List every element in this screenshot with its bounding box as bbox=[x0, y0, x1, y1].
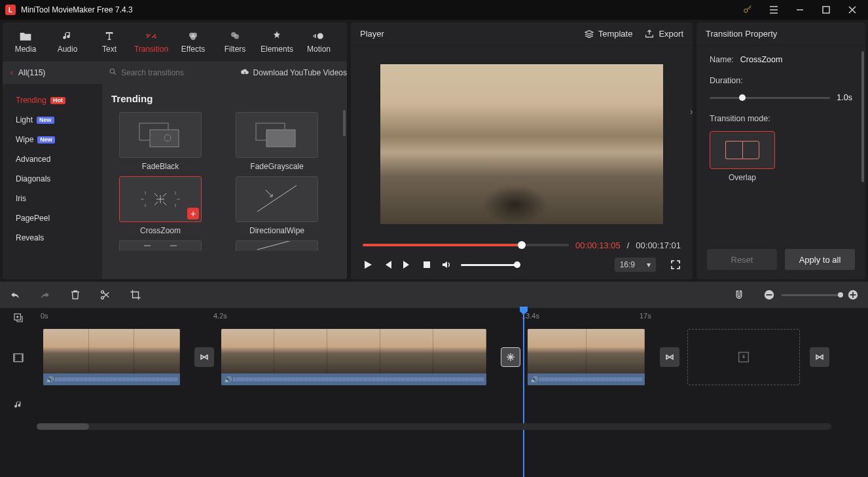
transition-item-partial[interactable] bbox=[111, 240, 209, 251]
play-button[interactable] bbox=[363, 259, 373, 270]
tab-transition[interactable]: Transition bbox=[131, 26, 172, 58]
video-track-body[interactable]: 🔊🔊🔊 bbox=[37, 328, 868, 388]
drop-placeholder[interactable] bbox=[687, 329, 800, 385]
reset-button[interactable]: Reset bbox=[707, 249, 777, 270]
svg-rect-13 bbox=[424, 261, 430, 268]
duration-label: Duration: bbox=[710, 76, 852, 85]
collapse-chevron-icon[interactable]: › bbox=[690, 106, 693, 117]
tab-motion[interactable]: Motion bbox=[298, 26, 339, 58]
category-wipe[interactable]: Wipe New bbox=[3, 130, 102, 149]
menu-button[interactable] bbox=[761, 0, 787, 20]
transition-slot[interactable] bbox=[501, 347, 520, 367]
category-crumb[interactable]: ‹ All(115) bbox=[10, 68, 102, 77]
snap-button[interactable] bbox=[733, 289, 745, 301]
maximize-button[interactable] bbox=[813, 0, 839, 20]
timeline-area: 0s4.2s13.4s17s 🔊🔊🔊 bbox=[0, 282, 868, 473]
svg-rect-1 bbox=[823, 7, 829, 13]
zoom-in-button[interactable] bbox=[847, 289, 859, 301]
transition-directionalwipe[interactable]: DirectionalWipe bbox=[228, 176, 326, 235]
delete-button[interactable] bbox=[69, 289, 81, 301]
ruler-tick: 17s bbox=[640, 312, 651, 320]
license-key-button[interactable] bbox=[734, 0, 761, 20]
category-iris[interactable]: Iris bbox=[3, 189, 102, 208]
video-track: 🔊🔊🔊 bbox=[0, 328, 868, 388]
volume-button[interactable] bbox=[441, 259, 452, 270]
transition-fadegrayscale[interactable]: FadeGrayscale bbox=[228, 112, 326, 171]
ruler-tick: 0s bbox=[41, 312, 48, 320]
property-body: Name: CrossZoom Duration: 1.0s Transitio… bbox=[696, 46, 865, 242]
category-advanced[interactable]: Advanced bbox=[3, 149, 102, 169]
titlebar: L MiniTool MovieMaker Free 7.4.3 bbox=[0, 0, 868, 20]
time-separator: / bbox=[627, 240, 630, 250]
category-diagonals[interactable]: Diagonals bbox=[3, 169, 102, 189]
category-label: Iris bbox=[16, 194, 26, 203]
ruler[interactable]: 0s4.2s13.4s17s bbox=[0, 308, 868, 328]
download-youtube-link[interactable]: Download YouTube Videos bbox=[240, 68, 347, 78]
timeline-hscroll[interactable] bbox=[37, 423, 831, 430]
search-input[interactable] bbox=[121, 68, 213, 77]
volume-slider[interactable] bbox=[461, 264, 517, 266]
aspect-ratio-dropdown[interactable]: 16:9 ▾ bbox=[615, 258, 656, 272]
video-clip[interactable]: 🔊 bbox=[528, 329, 645, 385]
transition-slot[interactable] bbox=[660, 347, 679, 367]
speaker-icon: 🔊 bbox=[46, 376, 54, 383]
undo-button[interactable] bbox=[9, 289, 21, 301]
next-button[interactable] bbox=[402, 259, 412, 270]
chevron-left-icon: ‹ bbox=[10, 68, 13, 77]
transition-slot[interactable] bbox=[810, 347, 829, 367]
svg-point-6 bbox=[234, 34, 240, 39]
tab-media[interactable]: Media bbox=[5, 26, 46, 58]
app-title: MiniTool MovieMaker Free 7.4.3 bbox=[21, 5, 734, 14]
transition-crosszoom[interactable]: + CrossZoom bbox=[111, 176, 209, 235]
add-icon[interactable]: + bbox=[187, 208, 199, 219]
mode-overlap[interactable] bbox=[710, 131, 775, 169]
tab-elements[interactable]: Elements bbox=[257, 26, 297, 58]
library-panel: Media Audio Text Transition Effects Filt… bbox=[3, 22, 347, 279]
close-button[interactable] bbox=[839, 0, 865, 20]
preview-frame bbox=[380, 64, 663, 224]
stop-button[interactable] bbox=[422, 259, 432, 270]
category-pagepeel[interactable]: PagePeel bbox=[3, 208, 102, 228]
tab-effects[interactable]: Effects bbox=[173, 26, 213, 58]
transition-item-partial[interactable] bbox=[228, 240, 326, 251]
music-track-icon bbox=[0, 400, 37, 410]
property-footer: Reset Apply to all bbox=[696, 242, 865, 279]
minimize-button[interactable] bbox=[787, 0, 813, 20]
split-button[interactable] bbox=[99, 289, 111, 301]
main-row: Media Audio Text Transition Effects Filt… bbox=[0, 20, 868, 282]
property-title: Transition Property bbox=[706, 29, 777, 39]
export-button[interactable]: Export bbox=[644, 29, 683, 39]
apply-all-button[interactable]: Apply to all bbox=[785, 249, 855, 270]
speaker-icon: 🔊 bbox=[530, 376, 538, 383]
fullscreen-button[interactable] bbox=[670, 259, 681, 270]
category-light[interactable]: Light New bbox=[3, 110, 102, 130]
music-track bbox=[0, 388, 868, 422]
transition-slot[interactable] bbox=[194, 347, 214, 367]
crop-button[interactable] bbox=[130, 289, 141, 301]
redo-button[interactable] bbox=[39, 289, 51, 301]
add-track-button[interactable] bbox=[0, 313, 37, 323]
zoom-out-button[interactable] bbox=[763, 289, 775, 301]
svg-point-4 bbox=[190, 35, 196, 41]
seek-bar[interactable] bbox=[363, 244, 569, 246]
property-scrollbar[interactable] bbox=[861, 51, 864, 182]
tab-text[interactable]: Text bbox=[89, 26, 130, 58]
category-label: Advanced bbox=[16, 155, 50, 164]
tab-audio[interactable]: Audio bbox=[47, 26, 88, 58]
section-title: Trending bbox=[111, 93, 342, 104]
zoom-slider[interactable] bbox=[782, 294, 841, 296]
grid-scrollbar[interactable] bbox=[343, 84, 347, 279]
preview-viewport[interactable] bbox=[363, 52, 681, 236]
video-clip[interactable]: 🔊 bbox=[221, 329, 486, 385]
transition-fadeblack[interactable]: FadeBlack bbox=[111, 112, 209, 171]
tab-filters[interactable]: Filters bbox=[215, 26, 255, 58]
category-reveals[interactable]: Reveals bbox=[3, 228, 102, 248]
video-clip[interactable]: 🔊 bbox=[43, 329, 180, 385]
template-button[interactable]: Template bbox=[584, 29, 633, 39]
category-trending[interactable]: Trending Hot bbox=[3, 90, 102, 110]
prev-button[interactable] bbox=[382, 259, 393, 270]
music-track-body[interactable] bbox=[37, 388, 868, 422]
transition-property-panel: › Transition Property Name: CrossZoom Du… bbox=[696, 22, 865, 279]
duration-slider[interactable] bbox=[710, 97, 830, 99]
svg-rect-20 bbox=[852, 292, 854, 298]
